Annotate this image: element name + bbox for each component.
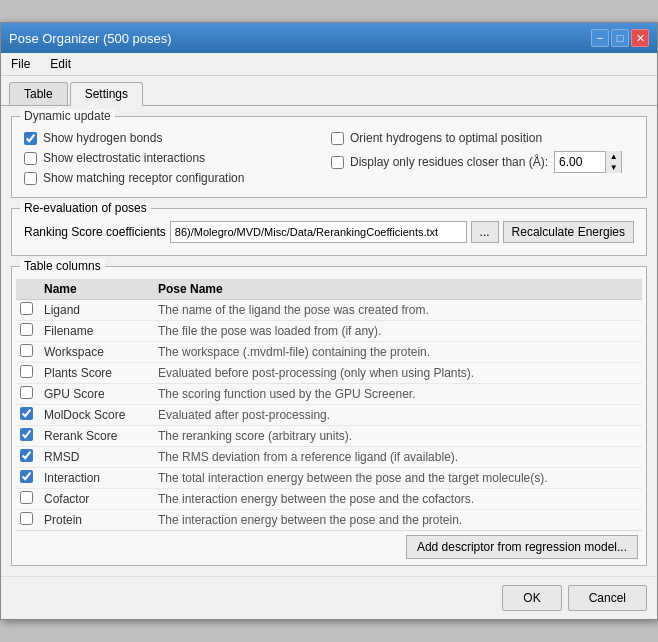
rerank-score-checkbox[interactable] — [20, 428, 33, 441]
header-name-col: Name — [44, 282, 154, 296]
row-name: MolDock Score — [44, 408, 154, 422]
distance-input[interactable]: 6.00 — [555, 152, 605, 172]
row-name: GPU Score — [44, 387, 154, 401]
table-row: Rerank Score The reranking score (arbitr… — [16, 426, 642, 447]
show-hbonds-checkbox[interactable] — [24, 132, 37, 145]
show-receptor-label: Show matching receptor configuration — [43, 171, 244, 185]
display-residues-label: Display only residues closer than (Å): — [350, 155, 548, 169]
spin-up-button[interactable]: ▲ — [605, 151, 621, 162]
ranking-row: Ranking Score coefficients ... Recalcula… — [24, 221, 634, 243]
window-title: Pose Organizer (500 poses) — [9, 31, 172, 46]
table-row: RMSD The RMS deviation from a reference … — [16, 447, 642, 468]
cancel-button[interactable]: Cancel — [568, 585, 647, 611]
orient-h-checkbox[interactable] — [331, 132, 344, 145]
dynamic-update-group: Dynamic update Show hydrogen bonds Show … — [11, 116, 647, 198]
row-check-cell — [20, 323, 40, 339]
close-button[interactable]: ✕ — [631, 29, 649, 47]
gpu-score-checkbox[interactable] — [20, 386, 33, 399]
rmsd-checkbox[interactable] — [20, 449, 33, 462]
row-check-cell — [20, 470, 40, 486]
cofactor-checkbox[interactable] — [20, 491, 33, 504]
recalculate-button[interactable]: Recalculate Energies — [503, 221, 634, 243]
orient-h-label: Orient hydrogens to optimal position — [350, 131, 542, 145]
row-check-cell — [20, 449, 40, 465]
table-row: Filename The file the pose was loaded fr… — [16, 321, 642, 342]
row-desc: The file the pose was loaded from (if an… — [158, 324, 638, 338]
table-columns-wrapper: Name Pose Name Ligand The name of the li… — [12, 267, 646, 565]
row-check-cell — [20, 344, 40, 360]
menu-edit[interactable]: Edit — [44, 55, 77, 73]
ligand-checkbox[interactable] — [20, 302, 33, 315]
row-desc: The scoring function used by the GPU Scr… — [158, 387, 638, 401]
row-name: Interaction — [44, 471, 154, 485]
title-bar-buttons: − □ ✕ — [591, 29, 649, 47]
table-columns-group: Table columns Name Pose Name Ligand The … — [11, 266, 647, 566]
ok-button[interactable]: OK — [502, 585, 561, 611]
row-name: Ligand — [44, 303, 154, 317]
dynamic-update-label: Dynamic update — [20, 109, 115, 123]
orient-h-row: Orient hydrogens to optimal position — [331, 131, 634, 145]
minimize-button[interactable]: − — [591, 29, 609, 47]
row-check-cell — [20, 407, 40, 423]
row-name: RMSD — [44, 450, 154, 464]
row-desc: The RMS deviation from a reference ligan… — [158, 450, 638, 464]
filename-checkbox[interactable] — [20, 323, 33, 336]
spinner-controls: ▲ ▼ — [605, 151, 621, 173]
tabs-bar: Table Settings — [1, 76, 657, 105]
row-desc: The interaction energy between the pose … — [158, 492, 638, 506]
footer-buttons: OK Cancel — [1, 576, 657, 619]
ranking-path-input[interactable] — [170, 221, 467, 243]
row-desc: The interaction energy between the pose … — [158, 513, 638, 527]
row-check-cell — [20, 428, 40, 444]
main-window: Pose Organizer (500 poses) − □ ✕ File Ed… — [0, 22, 658, 620]
table-columns-scroll[interactable]: Ligand The name of the ligand the pose w… — [16, 300, 642, 530]
add-descriptor-button[interactable]: Add descriptor from regression model... — [406, 535, 638, 559]
display-residues-row: Display only residues closer than (Å): 6… — [331, 151, 634, 173]
plants-score-checkbox[interactable] — [20, 365, 33, 378]
row-desc: The workspace (.mvdml-file) containing t… — [158, 345, 638, 359]
show-electro-row: Show electrostatic interactions — [24, 151, 327, 165]
add-descriptor-row: Add descriptor from regression model... — [16, 530, 642, 561]
row-check-cell — [20, 365, 40, 381]
tab-settings[interactable]: Settings — [70, 82, 143, 106]
row-check-cell — [20, 302, 40, 318]
row-name: Plants Score — [44, 366, 154, 380]
row-desc: Evaluated before post-processing (only w… — [158, 366, 638, 380]
interaction-checkbox[interactable] — [20, 470, 33, 483]
row-check-cell — [20, 491, 40, 507]
tab-table[interactable]: Table — [9, 82, 68, 105]
row-desc: The total interaction energy between the… — [158, 471, 638, 485]
protein-checkbox[interactable] — [20, 512, 33, 525]
ranking-score-label: Ranking Score coefficients — [24, 225, 166, 239]
table-row: MolDock Score Evaluated after post-proce… — [16, 405, 642, 426]
table-row: Interaction The total interaction energy… — [16, 468, 642, 489]
row-desc: The reranking score (arbitrary units). — [158, 429, 638, 443]
browse-button[interactable]: ... — [471, 221, 499, 243]
show-receptor-checkbox[interactable] — [24, 172, 37, 185]
row-name: Rerank Score — [44, 429, 154, 443]
show-electro-label: Show electrostatic interactions — [43, 151, 205, 165]
show-hbonds-label: Show hydrogen bonds — [43, 131, 162, 145]
re-evaluation-group: Re-evaluation of poses Ranking Score coe… — [11, 208, 647, 256]
row-name: Workspace — [44, 345, 154, 359]
show-hbonds-row: Show hydrogen bonds — [24, 131, 327, 145]
menu-bar: File Edit — [1, 53, 657, 76]
header-desc-col: Pose Name — [158, 282, 638, 296]
maximize-button[interactable]: □ — [611, 29, 629, 47]
menu-file[interactable]: File — [5, 55, 36, 73]
display-residues-checkbox[interactable] — [331, 156, 344, 169]
spin-down-button[interactable]: ▼ — [605, 162, 621, 173]
show-electro-checkbox[interactable] — [24, 152, 37, 165]
row-name: Cofactor — [44, 492, 154, 506]
row-check-cell — [20, 512, 40, 528]
table-columns-label: Table columns — [20, 259, 105, 273]
show-receptor-row: Show matching receptor configuration — [24, 171, 327, 185]
row-desc: Evaluated after post-processing. — [158, 408, 638, 422]
table-row: Cofactor The interaction energy between … — [16, 489, 642, 510]
title-bar: Pose Organizer (500 poses) − □ ✕ — [1, 23, 657, 53]
row-name: Filename — [44, 324, 154, 338]
row-desc: The name of the ligand the pose was crea… — [158, 303, 638, 317]
moldock-score-checkbox[interactable] — [20, 407, 33, 420]
settings-content: Dynamic update Show hydrogen bonds Show … — [1, 105, 657, 576]
workspace-checkbox[interactable] — [20, 344, 33, 357]
